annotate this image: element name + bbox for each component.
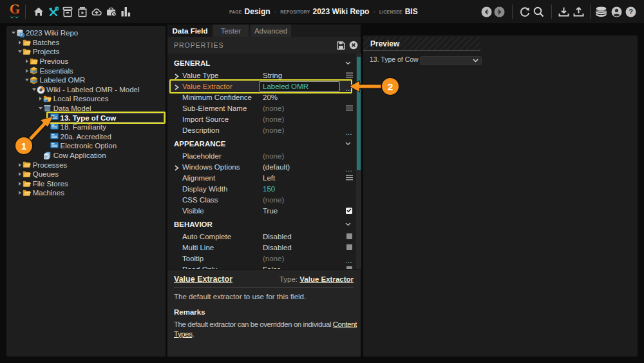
property-row-placeholder[interactable]: Placeholder(none) [167,150,361,161]
forward-icon[interactable] [493,5,506,18]
property-value[interactable]: Left [263,172,275,183]
expand-arrow-icon[interactable] [24,59,30,64]
property-row-alignment[interactable]: AlignmentLeft [167,172,361,183]
property-value[interactable]: (none) [263,150,284,161]
property-row-display-width[interactable]: Display Width150 [167,183,361,194]
property-row-visible[interactable]: VisibleTrue [167,205,361,216]
property-value[interactable]: False [263,264,281,269]
tree-item-projects[interactable]: Projects [6,47,166,57]
expand-arrow-icon[interactable] [17,190,23,195]
expand-arrow-icon[interactable] [175,84,179,92]
tree-item-local-resources[interactable]: Local Resources [6,94,166,104]
property-value[interactable]: (none) [263,113,284,124]
tab-advanced[interactable]: Advanced [251,25,291,37]
menu-icon[interactable] [345,103,353,113]
checkbox-filled[interactable] [345,242,353,253]
tab-tester[interactable]: Tester [213,25,249,37]
chevron-down-icon[interactable] [345,61,351,65]
property-value[interactable]: Disabled [263,242,292,253]
property-row-description[interactable]: Description(none)… [167,124,361,135]
tree-item-machines[interactable]: Machines [6,188,166,198]
property-row-minimum-confidence[interactable]: Minimum Confidence20% [167,92,361,103]
expand-arrow-icon[interactable] [17,181,23,186]
property-row-sub-element-name[interactable]: Sub-Element Name(none) [167,103,361,113]
database-icon[interactable] [595,5,608,18]
tree-item-cow-application[interactable]: Cow Application [6,151,166,161]
property-value[interactable]: (none) [263,194,284,205]
property-row-multi-line[interactable]: Multi LineDisabled [167,242,361,253]
property-value[interactable]: 20% [263,92,278,103]
scrollbar-track[interactable] [356,54,361,269]
help-type-link[interactable]: Value Extractor [299,275,354,283]
property-row-auto-complete[interactable]: Auto CompleteDisabled [167,231,361,242]
property-row-import-source[interactable]: Import Source(none) [167,113,361,124]
scrollbar-thumb[interactable] [357,57,361,170]
briefcase-clock-icon[interactable] [106,5,117,18]
tree-item-electronic-option[interactable]: Electronic Option [6,141,166,151]
collapse-arrow-icon[interactable] [38,106,43,111]
tree-item-data-model[interactable]: Data Model [6,104,166,113]
checkbox-filled[interactable] [345,264,353,269]
archive-icon[interactable] [62,5,73,18]
tree-item-labeled-omr[interactable]: Labeled OMR [6,75,166,85]
chevron-down-icon[interactable] [345,142,351,146]
bar-chart-icon[interactable] [120,5,131,18]
save-button[interactable] [336,41,346,50]
ellipsis-button[interactable]: … [345,124,353,135]
page-value[interactable]: Design [245,7,270,16]
collapse-arrow-icon[interactable] [17,49,23,54]
preview-field-select[interactable] [420,56,482,65]
checkbox-checked[interactable] [345,205,353,216]
grooper-logo-icon[interactable]: G [8,3,22,21]
tree-item-18-familiarity[interactable]: 18. Familiarity [6,123,166,132]
section-header-appearance[interactable]: APPEARANCE [167,137,361,150]
tools-icon[interactable] [48,5,59,18]
ellipsis-button[interactable]: … [345,253,353,264]
tree-item-2023-wiki-repo[interactable]: 2023 Wiki Repo [6,28,166,38]
upload-icon[interactable] [572,5,585,18]
expand-arrow-icon[interactable] [175,164,179,172]
close-icon[interactable] [348,41,358,50]
tree-item-processes[interactable]: Processes [6,160,166,170]
chevron-down-icon[interactable] [345,222,351,226]
property-row-value-extractor[interactable]: Value ExtractorLabeled OMR… [167,81,361,92]
property-row-tooltip[interactable]: Tooltip(none)… [167,253,361,264]
cloud-upload-icon[interactable] [91,5,102,18]
property-row-windows-options[interactable]: Windows Options(default)… [167,161,361,172]
tree-item-file-stores[interactable]: File Stores [6,179,166,189]
tree-item-wiki-labeled-omr-model[interactable]: Wiki - Labeled OMR - Model [6,85,166,95]
property-value[interactable]: (none) [263,124,284,135]
expand-arrow-icon[interactable] [17,172,23,177]
search-icon[interactable] [532,5,545,18]
property-row-read-only[interactable]: Read OnlyFalse [167,264,361,269]
download-icon[interactable] [557,5,570,18]
expand-arrow-icon[interactable] [17,162,23,168]
repository-value[interactable]: 2023 Wiki Repo [312,7,369,16]
back-icon[interactable] [480,5,493,18]
ellipsis-button[interactable]: … [345,81,353,92]
menu-icon[interactable] [345,172,353,183]
tree-item-20a-accredited[interactable]: 20a. Accredited [6,132,166,142]
tab-data-field[interactable]: Data Field [169,25,211,37]
expand-arrow-icon[interactable] [38,96,43,101]
property-value[interactable]: (default) [263,161,290,172]
checkbox-filled[interactable] [345,231,353,242]
tree-item-essentials[interactable]: Essentials [6,66,166,75]
licensee-value[interactable]: BIS [405,7,418,16]
user-icon[interactable] [610,5,623,18]
collapse-arrow-icon[interactable] [24,77,30,83]
home-icon[interactable] [33,5,44,18]
ellipsis-button[interactable]: … [345,161,353,172]
property-value[interactable]: Disabled [263,231,292,242]
property-value[interactable]: True [263,205,278,216]
property-row-css-class[interactable]: CSS Class(none) [167,194,361,205]
collapse-arrow-icon[interactable] [11,30,16,35]
expand-arrow-icon[interactable] [24,68,30,74]
section-header-general[interactable]: GENERAL [167,57,361,70]
tree-item-queues[interactable]: Queues [6,170,166,179]
expand-arrow-icon[interactable] [17,40,23,45]
tree-item-previous[interactable]: Previous [6,57,166,66]
batch-jar-icon[interactable] [77,5,88,18]
property-value-editor[interactable]: Labeled OMR [259,81,340,92]
refresh-icon[interactable] [518,5,531,18]
